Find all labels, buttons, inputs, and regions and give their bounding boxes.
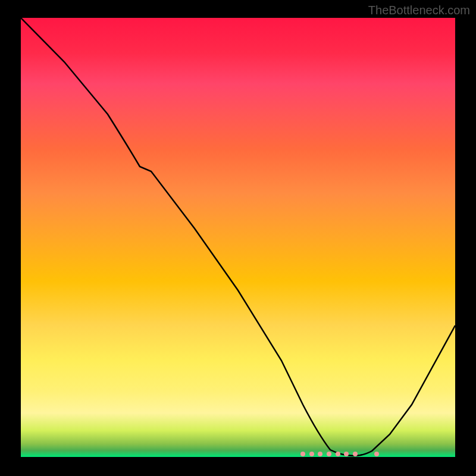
watermark-text: TheBottleneck.com — [368, 4, 470, 17]
marker-dot — [327, 452, 331, 456]
marker-dot — [318, 452, 322, 456]
marker-dot — [344, 452, 349, 456]
marker-dot — [374, 452, 379, 456]
marker-dot — [309, 452, 314, 456]
curve-svg — [21, 18, 455, 457]
chart-container: TheBottleneck.com — [0, 0, 476, 476]
bottleneck-curve-path — [21, 18, 455, 456]
plot-area — [21, 18, 455, 457]
marker-dot — [353, 452, 358, 456]
marker-dot — [336, 452, 340, 456]
marker-dot — [300, 452, 305, 456]
